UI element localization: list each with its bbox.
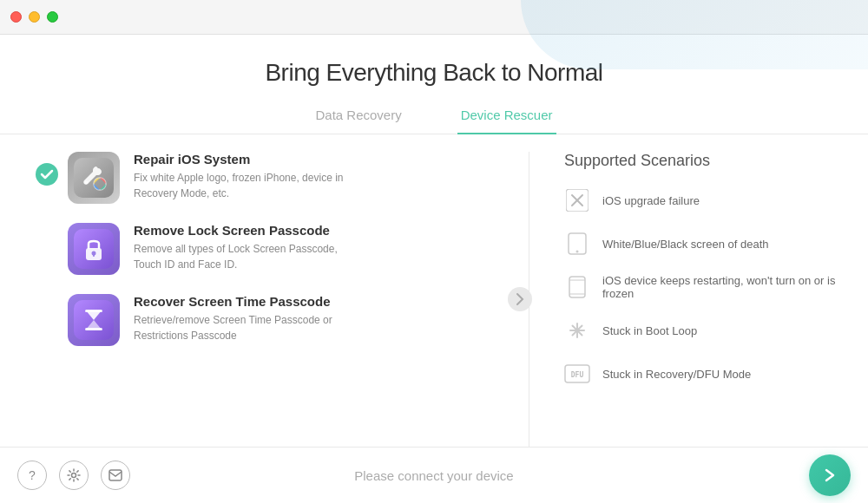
svg-point-27 — [72, 474, 76, 478]
next-arrow-icon — [821, 467, 838, 484]
main-content: Bring Everything Back to Normal Data Rec… — [0, 35, 868, 503]
tab-data-recovery[interactable]: Data Recovery — [312, 101, 404, 134]
content-area: Repair iOS System Fix white Apple logo, … — [0, 134, 868, 447]
scenarios-title: Supported Scenarios — [564, 152, 842, 170]
repair-ios-text: Repair iOS System Fix white Apple logo, … — [134, 152, 343, 201]
scenario-dfu-text: Stuck in Recovery/DFU Mode — [602, 368, 751, 381]
check-screen-time — [35, 304, 59, 329]
footer-actions: ? — [17, 461, 130, 490]
scenario-boot-loop: Stuck in Boot Loop — [564, 317, 842, 343]
screen-time-title: Recover Screen Time Passcode — [134, 294, 332, 309]
screen-time-text: Recover Screen Time Passcode Retrieve/re… — [134, 294, 332, 343]
email-button[interactable] — [101, 461, 130, 490]
titlebar — [0, 0, 868, 35]
svg-point-0 — [36, 163, 58, 186]
svg-point-2 — [85, 181, 89, 185]
help-button[interactable]: ? — [17, 461, 47, 490]
help-icon: ? — [29, 468, 36, 482]
scenario-ios-upgrade-text: iOS upgrade failure — [602, 194, 700, 207]
svg-rect-7 — [93, 253, 95, 257]
gear-icon — [67, 468, 81, 482]
icon-lock — [68, 223, 120, 275]
feature-remove-lock[interactable]: Remove Lock Screen Passcode Remove all t… — [35, 223, 503, 275]
email-icon — [108, 469, 122, 481]
phone-icon — [564, 231, 590, 257]
icon-tools — [68, 152, 120, 204]
page-title: Bring Everything Back to Normal — [0, 59, 868, 87]
scenario-screen-death: White/Blue/Black screen of death — [564, 231, 842, 257]
footer: ? Please connect your device — [0, 447, 868, 503]
tab-device-rescuer[interactable]: Device Rescuer — [457, 101, 556, 134]
dfu-icon: DFU — [564, 361, 590, 387]
repair-ios-title: Repair iOS System — [134, 152, 343, 167]
next-button[interactable] — [809, 454, 851, 496]
scenario-restarting-text: iOS device keeps restarting, won't turn … — [602, 274, 842, 300]
svg-rect-12 — [85, 328, 102, 330]
svg-rect-11 — [85, 310, 102, 312]
settings-button[interactable] — [59, 461, 89, 490]
screen-time-desc: Retrieve/remove Screen Time Passcode orR… — [134, 312, 332, 343]
x-icon — [564, 187, 590, 213]
connect-text: Please connect your device — [354, 468, 513, 483]
scenario-dfu: DFU Stuck in Recovery/DFU Mode — [564, 361, 842, 387]
scenario-boot-loop-text: Stuck in Boot Loop — [602, 324, 697, 337]
icon-timer — [68, 294, 120, 346]
left-panel: Repair iOS System Fix white Apple logo, … — [0, 152, 520, 447]
svg-point-17 — [576, 251, 579, 253]
nav-arrow[interactable] — [508, 287, 532, 311]
scenario-screen-death-text: White/Blue/Black screen of death — [602, 238, 769, 251]
svg-text:DFU: DFU — [571, 371, 584, 379]
wrench-icon — [564, 317, 590, 343]
tab-bar: Data Recovery Device Rescuer — [0, 101, 868, 134]
feature-screen-time[interactable]: Recover Screen Time Passcode Retrieve/re… — [35, 294, 503, 346]
phone-icon2 — [564, 274, 590, 300]
minimize-button[interactable] — [29, 11, 40, 23]
repair-ios-desc: Fix white Apple logo, frozen iPhone, dev… — [134, 170, 343, 201]
svg-rect-28 — [109, 470, 122, 480]
remove-lock-text: Remove Lock Screen Passcode Remove all t… — [134, 223, 338, 272]
right-panel: Supported Scenarios iOS upgrade failure — [538, 152, 868, 447]
close-button[interactable] — [10, 11, 22, 23]
maximize-button[interactable] — [47, 11, 58, 23]
scenario-restarting: iOS device keeps restarting, won't turn … — [564, 274, 842, 300]
remove-lock-title: Remove Lock Screen Passcode — [134, 223, 338, 238]
header: Bring Everything Back to Normal Data Rec… — [0, 35, 868, 134]
check-remove-lock — [35, 233, 59, 258]
feature-repair-ios[interactable]: Repair iOS System Fix white Apple logo, … — [35, 152, 503, 204]
scenario-ios-upgrade: iOS upgrade failure — [564, 187, 842, 213]
check-repair-ios — [35, 162, 59, 186]
remove-lock-desc: Remove all types of Lock Screen Passcode… — [134, 241, 338, 272]
